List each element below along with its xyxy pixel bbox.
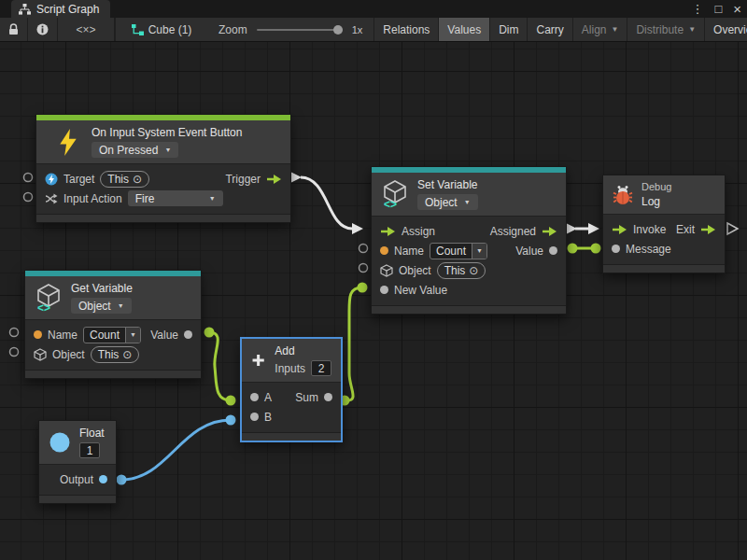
- b-label: B: [264, 411, 272, 424]
- object-chip[interactable]: This ⊙: [91, 346, 140, 363]
- variable-name-dropdown[interactable]: Count ▼: [430, 243, 487, 259]
- trigger-label: Trigger: [225, 173, 261, 186]
- code-preview-toggle[interactable]: <×>: [58, 18, 115, 41]
- zoom-value: 1x: [352, 24, 363, 35]
- chevron-down-icon: ▼: [209, 195, 216, 202]
- node-add[interactable]: Add Inputs 2 A Sum B: [240, 337, 343, 442]
- object-label: Object: [52, 348, 85, 361]
- window-close-icon[interactable]: ×: [733, 2, 741, 16]
- toolbar-button-values[interactable]: Values: [439, 18, 490, 41]
- name-port[interactable]: [380, 246, 388, 255]
- target-object-chip[interactable]: This ⊙: [100, 171, 149, 188]
- node-title: Float: [79, 427, 105, 440]
- toolbar-button-overview[interactable]: Overview: [705, 18, 747, 41]
- inputs-label: Inputs: [275, 362, 305, 375]
- node-title: Set Variable: [417, 178, 477, 191]
- toolbar-button-distribute[interactable]: Distribute▼: [627, 18, 705, 41]
- exit-port[interactable]: [700, 224, 716, 235]
- zoom-slider-handle[interactable]: [333, 25, 343, 35]
- toolbar-button-align[interactable]: Align▼: [573, 18, 628, 41]
- node-title: Add: [275, 344, 294, 357]
- target-icon: ⊙: [122, 349, 132, 360]
- variable-cube-icon: <>: [381, 179, 409, 209]
- node-on-input-system-event-button[interactable]: On Input System Event Button On Pressed …: [35, 114, 291, 223]
- chevron-down-icon: ▼: [688, 25, 696, 34]
- node-float-literal[interactable]: Float 1 Output: [38, 420, 117, 504]
- value-port[interactable]: [549, 246, 557, 255]
- variable-name-dropdown[interactable]: Count ▼: [83, 327, 141, 343]
- cube-icon: [380, 264, 393, 277]
- window-maximize-icon[interactable]: □: [714, 3, 722, 15]
- variable-cube-icon: <>: [35, 283, 63, 313]
- node-set-variable[interactable]: <> Set Variable Object ▼ Assign Assigned: [371, 166, 567, 315]
- trigger-port[interactable]: [266, 174, 282, 185]
- assign-port[interactable]: [380, 226, 396, 237]
- align-label: Align: [582, 23, 607, 36]
- float-output-row: Output: [39, 469, 116, 489]
- output-port[interactable]: [99, 475, 107, 483]
- node-footer: [25, 370, 201, 378]
- graph-owner-button[interactable]: Cube (1): [116, 18, 207, 41]
- button-control-icon: [45, 173, 58, 186]
- getvar-object-row: Object This ⊙: [25, 344, 201, 364]
- toolbar-button-relations[interactable]: Relations: [374, 18, 439, 41]
- node-debug-log[interactable]: Debug Log Invoke Exit Message: [602, 175, 726, 273]
- code-toggle-label: <×>: [76, 23, 95, 36]
- node-title: Log: [641, 195, 660, 208]
- input-action-dropdown[interactable]: Fire ▼: [128, 190, 223, 206]
- node-footer: [39, 495, 116, 503]
- message-port[interactable]: [612, 245, 620, 253]
- name-port[interactable]: [34, 330, 42, 339]
- target-value: This: [107, 173, 129, 186]
- object-value: This: [444, 264, 466, 277]
- carry-label: Carry: [536, 23, 563, 36]
- value-port[interactable]: [184, 330, 192, 339]
- a-port[interactable]: [250, 393, 259, 401]
- chevron-down-icon: ▼: [612, 25, 619, 34]
- node-category: Debug: [641, 181, 671, 192]
- cube-icon: [34, 348, 47, 361]
- graph-icon: [19, 4, 31, 15]
- toolbar-button-dim[interactable]: Dim: [490, 18, 528, 41]
- window-menu-icon[interactable]: ⋮: [691, 3, 703, 15]
- assigned-port[interactable]: [542, 226, 557, 237]
- event-action-row: Input Action Fire ▼: [36, 189, 290, 208]
- setvar-name-row: Name Count ▼ Value: [372, 241, 566, 260]
- new-value-label: New Value: [394, 284, 447, 297]
- b-port[interactable]: [250, 413, 259, 421]
- info-icon: [36, 23, 49, 35]
- target-icon: ⊙: [469, 265, 478, 276]
- new-value-port[interactable]: [380, 286, 388, 294]
- invoke-label: Invoke: [633, 223, 666, 236]
- chevron-down-icon: ▼: [125, 328, 140, 343]
- zoom-slider[interactable]: [257, 29, 343, 31]
- node-get-variable[interactable]: <> Get Variable Object ▼ Name Count ▼ Va…: [24, 270, 202, 379]
- inspect-button[interactable]: [28, 18, 58, 41]
- zoom-label: Zoom: [218, 23, 247, 36]
- lock-button[interactable]: [0, 18, 28, 41]
- svg-text:<>: <>: [384, 198, 397, 209]
- tab-script-graph[interactable]: Script Graph: [11, 0, 110, 18]
- invoke-port[interactable]: [612, 224, 627, 235]
- debug-invoke-row: Invoke Exit: [603, 219, 725, 239]
- variable-kind-dropdown[interactable]: Object ▼: [417, 194, 478, 210]
- name-label: Name: [394, 245, 424, 258]
- variable-kind-value: Object: [425, 196, 458, 209]
- toolbar-button-carry[interactable]: Carry: [528, 18, 572, 41]
- object-chip[interactable]: This ⊙: [437, 262, 486, 279]
- script-graph-asset-icon: [132, 24, 144, 35]
- getvar-name-row: Name Count ▼ Value: [25, 325, 201, 344]
- assigned-label: Assigned: [490, 225, 536, 238]
- chevron-down-icon: ▼: [118, 302, 124, 309]
- setvar-assign-row: Assign Assigned: [372, 221, 566, 241]
- event-mode-dropdown[interactable]: On Pressed ▼: [92, 142, 178, 158]
- relations-label: Relations: [383, 23, 430, 36]
- input-action-value: Fire: [135, 192, 155, 205]
- values-label: Values: [447, 23, 481, 36]
- float-value-field[interactable]: 1: [79, 442, 100, 458]
- message-label: Message: [626, 243, 671, 256]
- inputs-count-field[interactable]: 2: [311, 360, 331, 376]
- variable-kind-dropdown[interactable]: Object ▼: [71, 298, 132, 314]
- sum-port[interactable]: [324, 393, 332, 401]
- sum-label: Sum: [295, 391, 318, 404]
